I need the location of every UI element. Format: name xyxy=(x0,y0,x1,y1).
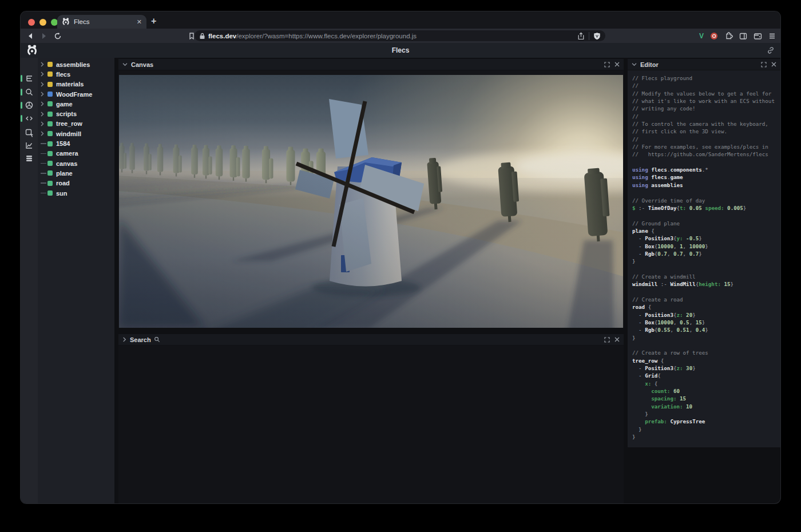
url-bar[interactable]: flecs.dev/explorer/?wasm=https://www.fle… xyxy=(195,30,605,41)
page-header: Flecs xyxy=(21,43,780,58)
leaf-dash xyxy=(41,173,46,174)
leaf-dash xyxy=(41,193,46,194)
editor-panel-title: Editor xyxy=(640,61,659,68)
tree-item-label: canvas xyxy=(56,160,77,167)
content: assembliesflecsmaterialsWoodFramegamescr… xyxy=(21,58,780,503)
leaf-dash xyxy=(41,163,46,164)
close-icon[interactable] xyxy=(614,337,620,342)
sphere-icon[interactable] xyxy=(25,101,34,110)
entity-kind-badge xyxy=(47,190,53,196)
tree-item-label: plane xyxy=(56,170,73,177)
tree-item-scripts[interactable]: scripts xyxy=(38,109,114,118)
canvas-panel-title: Canvas xyxy=(131,61,153,68)
expand-icon[interactable] xyxy=(761,62,767,68)
tab-close-icon[interactable]: ✕ xyxy=(137,19,142,25)
chevron-right-icon[interactable] xyxy=(41,121,44,126)
chevron-down-icon[interactable] xyxy=(632,62,637,66)
tree-item-assemblies[interactable]: assemblies xyxy=(38,59,114,69)
entity-kind-badge xyxy=(47,170,53,176)
tree-item-label: 1584 xyxy=(56,140,70,147)
chevron-right-icon[interactable] xyxy=(41,62,44,67)
inspect-icon[interactable] xyxy=(25,128,34,137)
search-panel-title: Search xyxy=(130,336,151,343)
search-icon[interactable] xyxy=(25,88,34,97)
entity-kind-badge xyxy=(47,72,53,77)
tree-item-1584[interactable]: 1584 xyxy=(38,138,114,148)
new-tab-button[interactable]: + xyxy=(151,16,156,26)
search-panel: Search xyxy=(118,334,624,503)
lock-icon xyxy=(199,33,205,39)
entity-kind-badge xyxy=(47,161,53,166)
vue-devtools-icon[interactable]: V xyxy=(699,32,704,40)
active-indicator xyxy=(21,75,22,82)
active-indicator xyxy=(21,89,22,96)
chart-icon[interactable] xyxy=(25,141,34,150)
tree-item-label: tree_row xyxy=(56,120,82,127)
tab-bar: Flecs ✕ + xyxy=(21,11,780,29)
link-icon[interactable] xyxy=(767,46,775,54)
forward-icon[interactable] xyxy=(40,32,48,40)
tree-item-label: camera xyxy=(56,150,78,157)
close-icon[interactable] xyxy=(771,62,776,67)
chevron-down-icon[interactable] xyxy=(122,62,128,66)
tree-item-tree_row[interactable]: tree_row xyxy=(38,119,114,129)
entity-kind-badge xyxy=(47,121,53,126)
chevron-right-icon[interactable] xyxy=(41,131,44,136)
tree-item-game[interactable]: game xyxy=(38,99,114,109)
back-icon[interactable] xyxy=(26,32,34,40)
expand-icon[interactable] xyxy=(604,337,610,343)
search-icon xyxy=(154,336,160,343)
tree-item-windmill[interactable]: windmill xyxy=(38,129,114,138)
browser-tab[interactable]: Flecs ✕ xyxy=(57,15,146,29)
browser-toolbar: flecs.dev/explorer/?wasm=https://www.fle… xyxy=(21,29,780,43)
entity-kind-badge xyxy=(47,151,53,156)
tree-item-sun[interactable]: sun xyxy=(38,188,114,198)
share-icon[interactable] xyxy=(577,32,585,40)
wallet-icon[interactable] xyxy=(754,32,762,40)
entity-kind-badge xyxy=(47,92,53,97)
tree-item-camera[interactable]: camera xyxy=(38,149,114,158)
menu-icon[interactable] xyxy=(768,33,776,39)
hierarchy-icon[interactable] xyxy=(25,74,34,83)
minimize-window-button[interactable] xyxy=(39,19,46,26)
chevron-right-icon[interactable] xyxy=(122,337,126,342)
tree-item-materials[interactable]: materials xyxy=(38,80,114,89)
tree-item-label: WoodFrame xyxy=(56,91,92,98)
tree-item-road[interactable]: road xyxy=(38,178,114,188)
desktop: { "window": { "traffic_lights": ["#ed6a5… xyxy=(0,0,801,532)
close-window-button[interactable] xyxy=(28,19,35,26)
chevron-right-icon[interactable] xyxy=(41,112,44,117)
chevron-right-icon[interactable] xyxy=(41,72,44,77)
canvas-panel-header[interactable]: Canvas xyxy=(118,59,624,70)
canvas-panel: Canvas xyxy=(118,59,624,328)
close-icon[interactable] xyxy=(614,62,620,67)
puzzle-icon[interactable] xyxy=(724,31,733,40)
editor-panel-header[interactable]: Editor xyxy=(628,59,780,70)
search-results-area[interactable] xyxy=(118,346,624,503)
leaf-dash xyxy=(41,143,46,144)
search-panel-header[interactable]: Search xyxy=(118,334,624,346)
tree-item-plane[interactable]: plane xyxy=(38,168,114,178)
entity-kind-badge xyxy=(47,62,53,67)
chevron-right-icon[interactable] xyxy=(41,92,44,97)
sidebar-icon[interactable] xyxy=(739,32,747,40)
reload-icon[interactable] xyxy=(54,32,62,40)
code-icon[interactable] xyxy=(25,114,34,123)
chevron-right-icon[interactable] xyxy=(41,101,44,106)
expand-icon[interactable] xyxy=(604,62,610,68)
chevron-right-icon[interactable] xyxy=(41,82,44,87)
tree-item-WoodFrame[interactable]: WoodFrame xyxy=(38,89,114,99)
code-editor[interactable]: // Flecs playground//// Modify the value… xyxy=(628,70,780,447)
window-controls[interactable] xyxy=(28,19,58,26)
tree-item-flecs[interactable]: flecs xyxy=(38,69,114,79)
tab-title: Flecs xyxy=(74,18,137,25)
shield-icon[interactable] xyxy=(593,32,601,40)
tree-item-canvas[interactable]: canvas xyxy=(38,158,114,168)
flecs-favicon xyxy=(62,18,70,26)
leaf-dash xyxy=(41,153,46,154)
rows-icon[interactable] xyxy=(25,154,34,163)
3d-scene[interactable] xyxy=(119,75,623,328)
icon-sidebar xyxy=(21,58,38,503)
tree-item-label: scripts xyxy=(56,110,77,117)
extension-icon[interactable] xyxy=(710,32,718,40)
